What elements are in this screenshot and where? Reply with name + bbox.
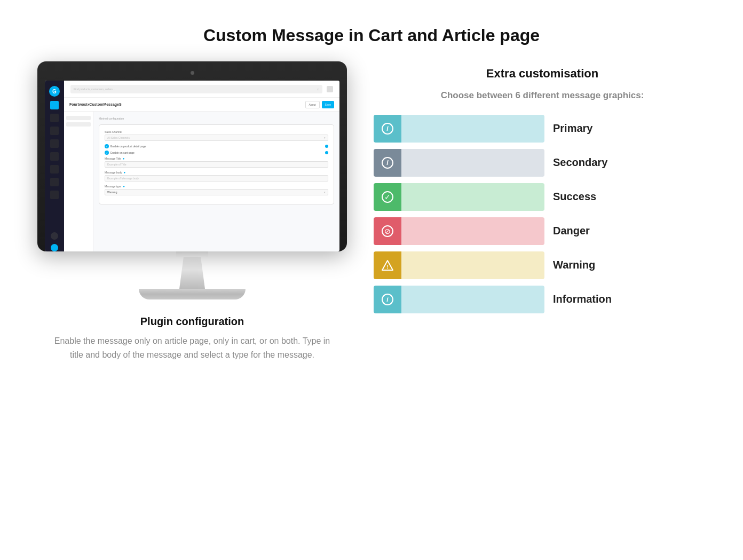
left-column: G <box>32 61 352 361</box>
message-bar-information: i <box>374 286 544 313</box>
message-type-primary-row: i Primary <box>374 115 711 143</box>
sales-channel-input[interactable]: All Sales Channels ▾ <box>105 135 328 141</box>
plugin-config-description: Enable the message only on article page,… <box>53 334 331 361</box>
topbar-search-text: Find products, customers, orders... <box>74 88 115 91</box>
sidebar-icon-home <box>50 101 59 109</box>
message-type-select[interactable]: Warning ▾ <box>105 189 328 195</box>
monitor-base-top <box>176 251 208 257</box>
primary-icon-box: i <box>374 115 401 143</box>
message-type-danger-row: ⊘ Danger <box>374 217 711 245</box>
warning-label: Warning <box>553 259 622 271</box>
monitor-stand-neck <box>171 257 214 289</box>
monitor-camera <box>191 71 194 75</box>
sidebar-icon-bottom-1 <box>51 232 58 240</box>
save-button[interactable]: Save <box>322 101 334 108</box>
information-icon-box: i <box>374 286 401 313</box>
primary-label: Primary <box>553 122 622 135</box>
page-title: Custom Message in Cart and Article page <box>0 0 743 61</box>
danger-ban-icon: ⊘ <box>382 225 393 237</box>
main-layout: G <box>0 61 743 361</box>
screen-topbar: Find products, customers, orders... ⌕ <box>64 81 339 98</box>
success-check-icon: ✓ <box>382 191 393 203</box>
sidebar-icon-1 <box>50 114 59 122</box>
enable-detail-label: ✓ Enable on product detail page <box>105 144 146 148</box>
success-label: Success <box>553 191 622 203</box>
monitor-stand-base <box>139 289 246 299</box>
content-sidebar <box>64 112 93 251</box>
sidebar-icon-6 <box>50 178 59 186</box>
secondary-body-bar <box>401 149 544 177</box>
plugin-name: FourtwosixCustomMessageS <box>69 102 122 106</box>
sidebar-icon-2 <box>50 127 59 135</box>
message-type-field: Message type ● Warning ▾ <box>105 185 328 195</box>
sidebar-logo: G <box>49 86 60 97</box>
secondary-icon-box: i <box>374 149 401 177</box>
message-body-input[interactable]: Example of Message body <box>105 175 328 182</box>
sidebar-icon-5 <box>50 165 59 173</box>
message-bar-danger: ⊘ <box>374 217 544 245</box>
sidebar-icon-3 <box>50 139 59 148</box>
content-sidebar-item-2 <box>66 122 91 127</box>
success-icon-box: ✓ <box>374 183 401 211</box>
information-label: Information <box>553 293 622 305</box>
about-button[interactable]: About <box>305 101 320 108</box>
message-bar-primary: i <box>374 115 544 143</box>
danger-icon-box: ⊘ <box>374 217 401 245</box>
warning-triangle-icon: ! <box>381 259 394 272</box>
message-type-success-row: ✓ Success <box>374 183 711 211</box>
search-icon: ⌕ <box>317 87 319 91</box>
primary-info-icon: i <box>382 123 393 135</box>
plugin-config-title: Plugin configuration <box>53 316 331 328</box>
sales-channel-field: Sales Channel All Sales Channels ▾ <box>105 130 328 141</box>
enable-detail-toggle[interactable] <box>325 145 328 148</box>
svg-text:!: ! <box>386 264 388 270</box>
header-buttons: About Save <box>305 101 334 108</box>
topbar-search: Find products, customers, orders... ⌕ <box>70 85 322 93</box>
toggle-cart-icon: ✓ <box>105 151 109 155</box>
information-info-icon: i <box>382 294 393 305</box>
message-bar-secondary: i <box>374 149 544 177</box>
extra-description: Choose between 6 different message graph… <box>374 89 711 102</box>
warning-body-bar <box>401 251 544 279</box>
toggle-detail-icon: ✓ <box>105 144 109 148</box>
danger-label: Danger <box>553 225 622 237</box>
screen-content: Minimal configuration Sales Channel A <box>64 112 339 251</box>
message-bar-success: ✓ <box>374 183 544 211</box>
message-title-label: Message Title ● <box>105 157 328 160</box>
monitor-mockup: G <box>37 61 347 299</box>
secondary-label: Secondary <box>553 156 622 169</box>
enable-cart-toggle[interactable] <box>325 151 328 154</box>
enable-detail-row: ✓ Enable on product detail page <box>105 144 328 148</box>
monitor-camera-bar <box>45 69 339 76</box>
topbar-icon <box>327 86 333 92</box>
breadcrumb: Minimal configuration <box>99 117 334 120</box>
secondary-info-icon: i <box>382 157 393 169</box>
form-card: Sales Channel All Sales Channels ▾ <box>99 124 334 204</box>
screen-main: Find products, customers, orders... ⌕ Fo… <box>64 81 339 251</box>
message-title-field: Message Title ● Example of Title <box>105 157 328 168</box>
success-body-bar <box>401 183 544 211</box>
chevron-down-icon: ▾ <box>324 136 326 139</box>
message-type-information-row: i Information <box>374 286 711 313</box>
message-type-warning-row: ! Warning <box>374 251 711 279</box>
message-type-secondary-row: i Secondary <box>374 149 711 177</box>
enable-cart-label: ✓ Enable on cart page <box>105 151 135 155</box>
information-body-bar <box>401 286 544 313</box>
plugin-header-bar: FourtwosixCustomMessageS About Save <box>64 98 339 112</box>
message-title-input[interactable]: Example of Title <box>105 161 328 168</box>
sidebar-icon-4 <box>50 152 59 161</box>
select-arrow-icon: ▾ <box>324 191 326 194</box>
message-bar-warning: ! <box>374 251 544 279</box>
danger-body-bar <box>401 217 544 245</box>
monitor-stand <box>37 251 347 299</box>
message-type-label: Message type ● <box>105 185 328 188</box>
primary-body-bar <box>401 115 544 143</box>
message-body-label: Message body ● <box>105 171 328 174</box>
monitor-outer: G <box>37 61 347 251</box>
screen-sidebar: G <box>45 81 64 251</box>
content-form-area: Minimal configuration Sales Channel A <box>93 112 339 251</box>
extra-title: Extra customisation <box>374 67 711 81</box>
message-body-field: Message body ● Example of Message body <box>105 171 328 182</box>
sales-channel-label: Sales Channel <box>105 130 328 133</box>
warning-icon-box: ! <box>374 251 401 279</box>
